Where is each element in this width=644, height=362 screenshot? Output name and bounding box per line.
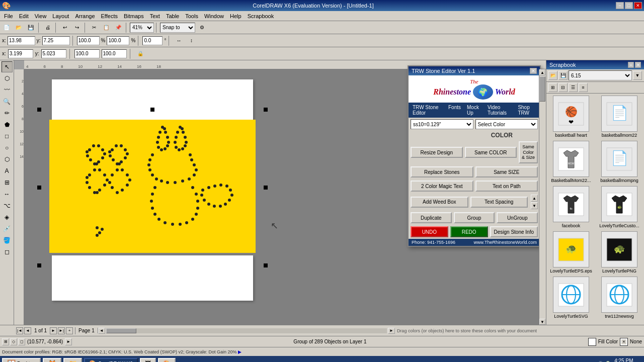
transparency-tool[interactable]: ◻ — [2, 246, 13, 257]
color-select[interactable]: Select Color — [475, 119, 538, 129]
coreldraw-taskbar-btn[interactable]: 🎨 CorelDRAW X6 — [84, 358, 138, 362]
height-input[interactable] — [102, 49, 127, 58]
h-scroll-thumb[interactable] — [106, 328, 136, 333]
menu-arrange[interactable]: Arrange — [72, 12, 98, 20]
redo-button[interactable]: REDO — [450, 226, 488, 237]
play-btn[interactable]: ► — [65, 338, 72, 345]
menu-view[interactable]: View — [32, 12, 50, 20]
prev-page-btn[interactable]: ◄ — [24, 327, 31, 334]
undo-button[interactable]: ↩ — [59, 22, 70, 33]
open-button[interactable]: 📂 — [13, 22, 24, 33]
save-button[interactable]: 💾 — [25, 22, 36, 33]
handle-tm[interactable] — [150, 108, 154, 112]
handle-br[interactable] — [264, 263, 268, 267]
flip-h-button[interactable]: ↔ — [173, 35, 184, 46]
trw-close-button[interactable]: ✕ — [530, 68, 537, 74]
trw-nav-video[interactable]: Video Tutorials — [486, 104, 514, 117]
image-editor-btn[interactable]: 🖼 — [140, 358, 156, 362]
scrap-item-trw112newsvg[interactable]: trw112newsvg — [597, 277, 642, 319]
scrap-item-basketballmom22[interactable]: 📄 basketballmom22 — [597, 96, 642, 138]
snap-toggle[interactable]: ⊞ — [2, 338, 9, 345]
resize-design-button[interactable]: Resize Design — [411, 147, 463, 158]
same-size-button[interactable]: Same SIZE — [475, 166, 538, 177]
text-spacing-button[interactable]: Text Spacing — [470, 197, 528, 208]
duplicate-button[interactable]: Duplicate — [411, 212, 452, 223]
scrap-item-lovelyturtlesvg[interactable]: LovelyTurtleSVG — [548, 277, 594, 319]
snap-to-select[interactable]: Snap to — [160, 23, 195, 33]
w-input[interactable] — [77, 36, 100, 45]
scrap-item-basketballmompng[interactable]: 📄 basketballmompng — [597, 141, 642, 183]
scrap-open-btn[interactable]: 📂 — [548, 71, 557, 80]
close-button[interactable]: ✕ — [634, 2, 642, 9]
info-toggle[interactable]: ◻ — [18, 338, 25, 345]
2color-magic-button[interactable]: 2 Color Magic Text — [411, 180, 473, 192]
coord-x-input[interactable] — [8, 49, 33, 58]
h-scroll-track[interactable] — [106, 328, 387, 333]
selection-container[interactable] — [39, 110, 266, 265]
zoom-select[interactable]: 41% 50% 75% 100% — [130, 23, 154, 33]
paint-btn[interactable]: 🎨 — [158, 358, 176, 362]
menu-text[interactable]: Text — [147, 12, 163, 20]
same-color-button[interactable]: Same COLOR — [465, 147, 517, 158]
smart-draw-tool[interactable]: ⬟ — [2, 119, 13, 130]
trw-nav-fonts[interactable]: Fonts — [446, 104, 463, 117]
trw-nav-editor[interactable]: TRW Stone Editor — [411, 104, 444, 117]
menu-help[interactable]: Help — [227, 12, 245, 20]
same-color-size-button[interactable]: Same Color & Size — [519, 141, 538, 163]
menu-effects[interactable]: Effects — [98, 12, 121, 20]
scrapbook-close[interactable]: ✕ — [635, 62, 641, 68]
h-scroll-left[interactable]: ◄ — [98, 328, 105, 334]
weed-box-button[interactable]: Add Weed Box — [411, 197, 468, 208]
scrap-item-facebook[interactable]: fb facebook — [548, 186, 594, 228]
cut-button[interactable]: ✂ — [89, 22, 100, 33]
lock-ratio-btn[interactable]: 🔒 — [135, 48, 146, 59]
snap-options[interactable]: ⚙ — [196, 22, 207, 33]
menu-layout[interactable]: Layout — [49, 12, 72, 20]
scrap-item-lovelyturtlepng[interactable]: 🐢 LovelyTurtlePNG — [597, 231, 642, 274]
menu-edit[interactable]: Edit — [16, 12, 32, 20]
blend-tool[interactable]: ◈ — [2, 212, 13, 223]
maximize-button[interactable]: □ — [625, 2, 633, 9]
canvas-area[interactable]: 4 6 8 10 12 14 16 18 2 4 6 8 10 12 14 — [14, 60, 546, 325]
copy-button[interactable]: 📋 — [101, 22, 112, 33]
next-page-btn[interactable]: ► — [50, 327, 57, 334]
text-on-path-button[interactable]: Text on Path — [475, 180, 538, 192]
trw-nav-shop[interactable]: Shop TRW — [516, 104, 538, 117]
scrapbook-folder-select[interactable]: 6.15 — [569, 70, 632, 80]
handle-ml[interactable] — [37, 186, 41, 190]
spacing-down-button[interactable]: ▼ — [531, 202, 538, 209]
handle-mr[interactable] — [264, 186, 268, 190]
dimensions-tool[interactable]: ↔ — [2, 189, 13, 200]
scrap-item-basketballmom22-shirt[interactable]: MOM BasketballMom22... — [548, 141, 594, 183]
group-button[interactable]: Group — [454, 212, 495, 223]
paste-button[interactable]: 📌 — [113, 22, 124, 33]
undo-button[interactable]: UNDO — [411, 226, 448, 237]
browser-btn[interactable]: 🦊 — [43, 358, 61, 362]
h-scroll-right[interactable]: ► — [388, 328, 395, 334]
h-scrollbar[interactable]: ◄ ► — [98, 328, 395, 334]
select-tool[interactable]: ↖ — [2, 61, 13, 72]
view-large-icons[interactable]: ⊞ — [548, 83, 557, 92]
menu-tools[interactable]: Tools — [182, 12, 201, 20]
trw-nav-mockup[interactable]: Mock Up — [465, 104, 484, 117]
scroll-down[interactable]: ▼ — [539, 319, 545, 325]
coord-y-input[interactable] — [41, 49, 66, 58]
x-input[interactable] — [8, 36, 35, 45]
table-tool[interactable]: ⊞ — [2, 177, 13, 188]
handle-tr[interactable] — [264, 108, 268, 112]
rectangle-tool[interactable]: □ — [2, 131, 13, 142]
nudge-toggle[interactable]: ◇ — [10, 338, 17, 345]
smudge-tool[interactable]: 〰 — [2, 84, 13, 96]
ellipse-tool[interactable]: ○ — [2, 142, 13, 153]
text-tool[interactable]: A — [2, 165, 13, 176]
menu-scrapbook[interactable]: Scrapbook — [245, 12, 277, 20]
fill-tool[interactable]: 🪣 — [2, 235, 13, 246]
width-input[interactable] — [74, 49, 100, 58]
scrap-item-lovelyturtleeps[interactable]: 🐢 LovelyTurtleEPS.eps — [548, 231, 594, 274]
ungroup-button[interactable]: UnGroup — [497, 212, 538, 223]
stone-size-select[interactable]: ss10=0.129" — [411, 119, 473, 129]
y-input[interactable] — [42, 36, 70, 45]
replace-stones-button[interactable]: Replace Stones — [411, 166, 473, 177]
redo-button[interactable]: ↪ — [71, 22, 83, 33]
connector-tool[interactable]: ⌥ — [2, 200, 13, 211]
